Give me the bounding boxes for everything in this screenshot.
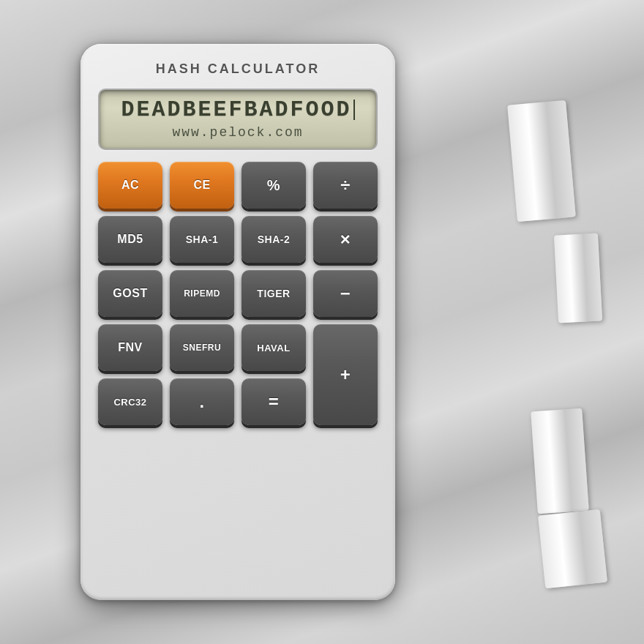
- percent-button[interactable]: %: [242, 162, 306, 209]
- calculator-title: HASH CALCULATOR: [156, 61, 320, 77]
- haval-button[interactable]: HAVAL: [242, 324, 306, 371]
- metal-strip-2: [554, 233, 602, 323]
- ce-button[interactable]: CE: [170, 162, 234, 209]
- equals-button[interactable]: =: [242, 378, 306, 425]
- sha1-button[interactable]: SHA-1: [170, 216, 234, 263]
- display-line2: www.pelock.com: [111, 125, 364, 140]
- metal-strip-1: [507, 100, 576, 222]
- minus-button[interactable]: −: [313, 270, 378, 317]
- metal-strip-3: [531, 408, 589, 514]
- md5-button[interactable]: MD5: [98, 216, 162, 263]
- metal-strip-4: [538, 509, 607, 588]
- display-line1: DEADBEEFBADFOOD: [111, 97, 364, 122]
- divide-button[interactable]: ÷: [313, 162, 378, 209]
- ripemd-button[interactable]: RIPEMD: [170, 270, 234, 317]
- sha2-button[interactable]: SHA-2: [242, 216, 306, 263]
- tiger-button[interactable]: TIGER: [242, 270, 306, 317]
- fnv-button[interactable]: FNV: [98, 324, 162, 371]
- multiply-button[interactable]: ×: [313, 216, 378, 263]
- display-panel: DEADBEEFBADFOOD www.pelock.com: [98, 89, 378, 150]
- ac-button[interactable]: AC: [98, 162, 162, 209]
- button-grid: AC CE % ÷ MD5 SHA-1 SHA-2 × GOST RIPEMD …: [98, 162, 378, 425]
- dot-button[interactable]: .: [170, 378, 234, 425]
- plus-button[interactable]: +: [313, 324, 378, 425]
- snefru-button[interactable]: SNEFRU: [170, 324, 234, 371]
- crc32-button[interactable]: CRC32: [98, 378, 162, 425]
- calculator-body: HASH CALCULATOR DEADBEEFBADFOOD www.pelo…: [80, 44, 395, 600]
- gost-button[interactable]: GOST: [98, 270, 162, 317]
